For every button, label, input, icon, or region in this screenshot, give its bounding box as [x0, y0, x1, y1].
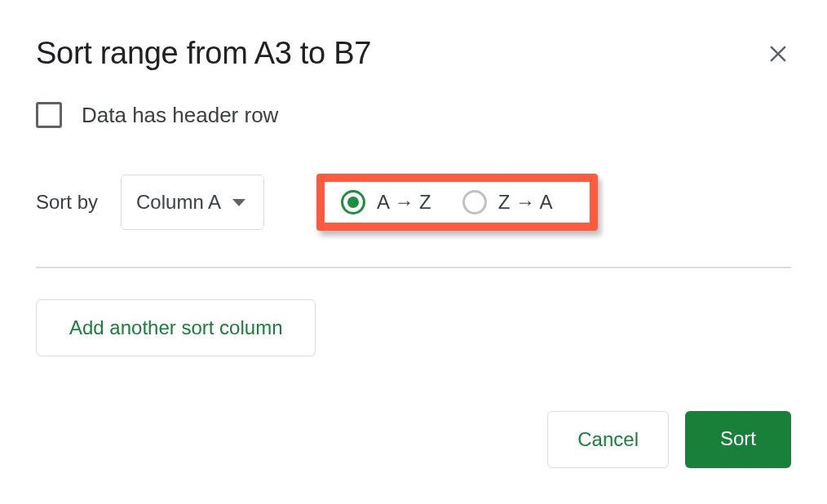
sort-asc-label: A → Z [377, 191, 431, 214]
header-row-checkbox[interactable] [36, 102, 62, 128]
sort-by-label: Sort by [36, 191, 98, 214]
add-sort-column-button[interactable]: Add another sort column [36, 299, 316, 356]
close-icon [767, 42, 789, 65]
cancel-button[interactable]: Cancel [547, 411, 669, 468]
sort-desc-label: Z → A [498, 191, 553, 214]
chevron-down-icon [232, 199, 245, 206]
radio-icon [462, 190, 487, 214]
column-dropdown-value: Column A [136, 191, 221, 214]
dialog-title: Sort range from A3 to B7 [36, 36, 371, 71]
close-button[interactable] [765, 41, 791, 67]
radio-inner-icon [347, 197, 359, 208]
dialog-header: Sort range from A3 to B7 [36, 36, 791, 71]
radio-icon [341, 190, 365, 214]
sort-desc-radio[interactable]: Z → A [462, 190, 553, 214]
header-row-label: Data has header row [82, 103, 278, 128]
sort-asc-radio[interactable]: A → Z [341, 190, 431, 214]
sort-range-dialog: Sort range from A3 to B7 Data has header… [0, 0, 827, 504]
dialog-footer: Cancel Sort [547, 411, 791, 468]
header-row-option: Data has header row [36, 102, 791, 128]
sort-direction-group: A → Z Z → A [316, 174, 598, 231]
sort-criteria-row: Sort by Column A A → Z Z → A [36, 174, 791, 231]
column-dropdown[interactable]: Column A [121, 175, 264, 230]
sort-button[interactable]: Sort [685, 411, 791, 468]
divider [36, 267, 791, 268]
